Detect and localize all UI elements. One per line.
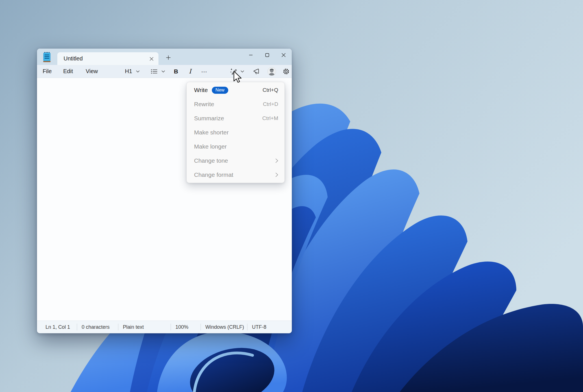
chevron-right-icon [275,158,278,163]
user-avatar [267,67,276,76]
maximize-icon [265,53,269,57]
notepad-icon [43,52,51,62]
menu-item-label: Make longer [194,143,227,150]
ai-rewrite-menu: Write New Ctrl+Q Rewrite Ctrl+D Summariz… [186,82,285,183]
megaphone-icon [253,68,260,75]
new-tab-button[interactable] [164,53,173,62]
mouse-cursor [233,71,243,84]
list-dropdown[interactable] [145,66,170,77]
close-icon [150,57,153,61]
gear-icon [282,68,290,75]
account-button[interactable] [266,66,278,77]
bullet-list-icon [151,69,158,74]
menu-item-label: Change tone [194,157,228,164]
status-encoding: UTF-8 [247,321,266,333]
menu-item-shortcut: Ctrl+M [262,115,278,121]
menu-item-rewrite[interactable]: Rewrite Ctrl+D [187,97,284,111]
plus-icon [166,55,171,60]
status-document-type: Plain text [118,321,171,333]
minimize-icon [249,53,253,57]
menu-edit[interactable]: Edit [59,66,77,77]
minimize-button[interactable] [243,49,259,62]
menu-item-make-shorter[interactable]: Make shorter [187,125,284,140]
tab-untitled[interactable]: Untitled [57,52,158,65]
menu-item-change-format[interactable]: Change format [187,168,284,182]
heading-style-label: H1 [125,68,132,75]
tab-close-button[interactable] [147,55,156,63]
italic-button[interactable]: I [184,66,196,77]
menu-item-label: Write [194,87,208,93]
menu-item-shortcut: Ctrl+D [263,101,278,107]
chevron-right-icon [275,173,278,177]
settings-button[interactable] [280,66,292,77]
menu-view[interactable]: View [82,66,102,77]
close-icon [282,53,286,57]
menu-item-change-tone[interactable]: Change tone [187,154,284,168]
chevron-down-icon [136,70,140,73]
menu-item-write[interactable]: Write New Ctrl+Q [187,83,284,97]
more-options-button[interactable]: … [198,66,210,77]
menu-item-label: Change format [194,171,233,178]
close-window-button[interactable] [275,49,292,62]
menu-item-label: Summarize [194,115,224,122]
menu-item-summarize[interactable]: Summarize Ctrl+M [187,111,284,125]
bold-button[interactable]: B [170,66,182,77]
heading-style-dropdown[interactable]: H1 [120,66,144,77]
status-character-count: 0 characters [77,321,118,333]
desktop: Untitled [0,0,583,392]
caption-controls [243,49,292,62]
feedback-button[interactable] [251,66,263,77]
status-line-ending: Windows (CRLF) [201,321,247,333]
new-badge: New [212,87,228,94]
status-cursor-position: Ln 1, Col 1 [37,321,77,333]
menu-item-make-longer[interactable]: Make longer [187,140,284,154]
titlebar-drag-region[interactable]: Untitled [37,49,292,65]
menu-item-shortcut: Ctrl+Q [263,87,278,93]
tab-title: Untitled [57,55,83,62]
status-zoom-level[interactable]: 100% [171,321,201,333]
toolbar: File Edit View H1 B [37,65,292,78]
menu-item-label: Rewrite [194,101,214,108]
chevron-down-icon [162,70,165,73]
status-bar: Ln 1, Col 1 0 characters Plain text 100%… [37,321,292,333]
notepad-app-icon [41,51,53,63]
menu-item-label: Make shorter [194,129,229,136]
maximize-button[interactable] [259,49,275,62]
menu-file[interactable]: File [39,66,56,77]
